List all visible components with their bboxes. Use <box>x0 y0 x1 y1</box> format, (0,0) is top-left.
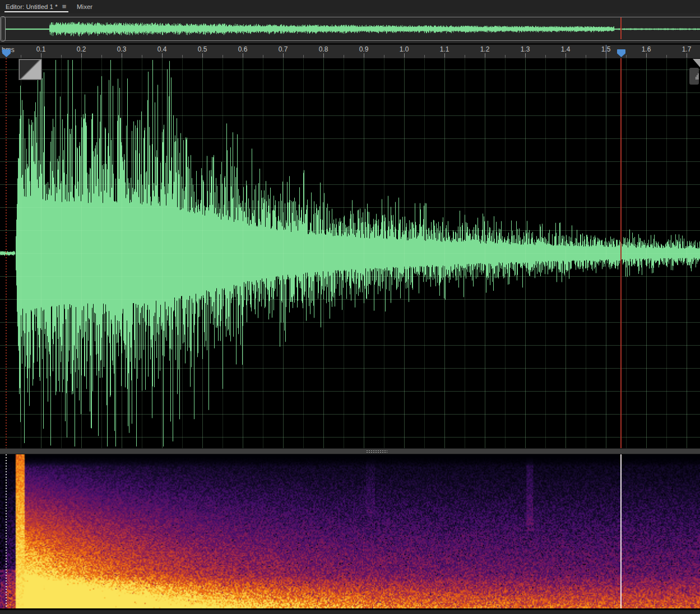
tab-mixer-label: Mixer <box>77 3 92 10</box>
ruler-tick-label: 0.2 <box>77 45 86 53</box>
waveform-display[interactable] <box>0 58 700 448</box>
timeline-ruler[interactable]: hms 0.10.20.30.40.50.60.70.80.91.01.11.2… <box>0 45 700 59</box>
ruler-tick <box>222 55 223 58</box>
overview-range-handle-left[interactable] <box>0 16 6 41</box>
scroll-grip-icon <box>690 72 694 81</box>
ruler-tick-label: 0.4 <box>157 45 167 53</box>
selection-start-marker[interactable] <box>2 49 11 57</box>
ruler-tick <box>687 53 687 58</box>
selection-start-line-spectral <box>6 454 7 608</box>
ruler-tick-label: 0.9 <box>359 45 369 53</box>
ruler-tick <box>21 55 21 58</box>
panel-tab-bar: Editor: Untitled 1 * ≡ Mixer <box>0 0 700 13</box>
spectrogram-canvas[interactable] <box>0 454 700 608</box>
ruler-tick <box>565 53 566 58</box>
ruler-tick <box>81 53 82 58</box>
ruler-tick-label: 1.1 <box>440 45 449 53</box>
tab-mixer[interactable]: Mixer <box>77 0 92 13</box>
ruler-tick <box>303 55 304 58</box>
active-tab-underline <box>4 11 68 12</box>
ruler-tick <box>182 55 183 58</box>
ruler-tick-label: 1.6 <box>642 45 651 53</box>
selection-start-line <box>6 58 7 448</box>
ruler-tick-label: 0.8 <box>319 45 328 53</box>
ruler-tick <box>202 53 203 58</box>
ruler-tick <box>263 55 263 58</box>
audition-editor-window: Editor: Untitled 1 * ≡ Mixer hms 0.10.20… <box>0 0 700 614</box>
ruler-tick <box>646 53 647 58</box>
playhead-marker[interactable] <box>617 49 625 57</box>
ruler-tick <box>505 55 506 58</box>
ruler-tick <box>243 53 243 58</box>
ruler-tick <box>122 53 122 58</box>
ruler-tick-label: 1.2 <box>480 45 490 53</box>
overview-range-box[interactable] <box>1 17 700 41</box>
ruler-tick-label: 0.1 <box>36 45 46 53</box>
ruler-tick <box>323 53 324 58</box>
panel-bottom-edge <box>0 610 700 614</box>
tab-editor-label: Editor: Untitled 1 * <box>6 3 58 10</box>
ruler-tick-label: 1.7 <box>682 45 692 53</box>
ruler-tick <box>545 55 546 58</box>
ruler-tick <box>606 53 606 58</box>
ruler-tick <box>485 53 485 58</box>
ruler-tick <box>384 55 384 58</box>
spectral-display[interactable] <box>0 454 700 608</box>
vertical-zoom-scrollbar[interactable] <box>689 68 699 85</box>
ruler-tick-label: 1.0 <box>400 45 409 53</box>
amplitude-scale-icon <box>696 73 699 80</box>
playhead-line[interactable] <box>620 58 622 448</box>
ruler-tick <box>626 55 627 58</box>
ruler-tick <box>162 53 163 58</box>
ruler-tick <box>364 53 364 58</box>
tab-editor[interactable]: Editor: Untitled 1 * ≡ <box>6 0 66 13</box>
ruler-tick <box>404 53 405 58</box>
ruler-tick <box>666 55 667 58</box>
ruler-tick <box>101 55 102 58</box>
ruler-tick <box>424 55 425 58</box>
ruler-tick <box>344 55 344 58</box>
panel-splitter[interactable] <box>0 448 700 454</box>
panel-menu-icon[interactable]: ≡ <box>62 4 67 10</box>
display-proportion-icon[interactable] <box>19 59 41 80</box>
ruler-tick-label: 0.7 <box>279 45 288 53</box>
overview-strip[interactable] <box>0 13 700 43</box>
ruler-tick-label: 0.6 <box>238 45 248 53</box>
waveform-canvas[interactable] <box>0 58 700 448</box>
splitter-grip-icon <box>366 450 387 453</box>
ruler-tick-label: 1.3 <box>521 45 530 53</box>
ruler-tick-label: 0.5 <box>198 45 207 53</box>
playhead-line-spectral[interactable] <box>620 454 622 608</box>
ruler-tick <box>61 55 62 58</box>
ruler-tick-label: 1.4 <box>561 45 571 53</box>
ruler-tick <box>283 53 284 58</box>
ruler-tick <box>525 53 526 58</box>
ruler-tick-label: 0.3 <box>117 45 127 53</box>
ruler-tick <box>444 53 445 58</box>
ruler-tick <box>465 55 465 58</box>
ruler-tick <box>41 53 41 58</box>
ruler-tick <box>586 55 586 58</box>
overview-playhead-line[interactable] <box>620 17 622 39</box>
ruler-tick-label: 1.5 <box>601 45 611 53</box>
ruler-tick <box>142 55 142 58</box>
